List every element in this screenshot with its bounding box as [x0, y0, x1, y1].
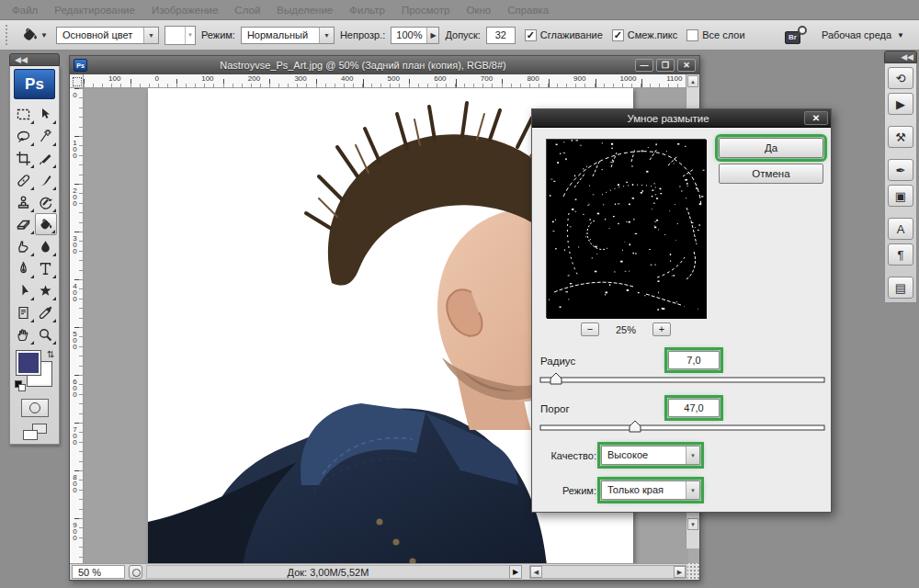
default-colors-icon[interactable]	[15, 380, 26, 391]
zoom-in-button[interactable]: +	[652, 322, 671, 336]
tool-eyedropper[interactable]	[35, 301, 57, 323]
checkbox-Смеж.пикс[interactable]: ✓Смеж.пикс	[612, 29, 677, 41]
tool-blur[interactable]	[35, 235, 57, 257]
checkbox-icon[interactable]	[686, 29, 698, 41]
toolbox-collapse-bar[interactable]: ◀◀	[9, 53, 60, 66]
ruler-origin[interactable]	[70, 74, 84, 88]
ruler-h-label: 0	[155, 74, 159, 83]
document-titlebar[interactable]: Ps Nastroyvse_Ps_Art.jpg @ 50% (Задний п…	[70, 56, 699, 74]
radius-slider[interactable]	[539, 372, 825, 387]
fill-source-select[interactable]: Основной цвет ▼	[56, 27, 159, 44]
scroll-right-icon[interactable]: ▶	[674, 566, 686, 578]
menu-item-Слой[interactable]: Слой	[226, 5, 268, 16]
mode-select[interactable]: Только края ▼	[601, 481, 700, 500]
horizontal-ruler[interactable]: 100010020030040050060070080090010001100	[84, 74, 687, 88]
quality-arrow-icon[interactable]: ▼	[686, 447, 699, 464]
panel-button-tool-presets[interactable]: ⚒	[888, 126, 913, 148]
tool-spot-healing-brush[interactable]	[13, 169, 35, 191]
vertical-ruler[interactable]: 0100200300400500600700800900	[70, 88, 84, 565]
pattern-picker[interactable]: ▼	[165, 26, 196, 45]
radius-input[interactable]: 7,0	[668, 351, 720, 369]
mode-arrow-icon[interactable]: ▼	[686, 481, 699, 499]
menu-item-Изображение[interactable]: Изображение	[143, 5, 226, 16]
panel-button-actions[interactable]: ▶	[888, 93, 913, 115]
panel-button-history[interactable]: ⟲	[888, 67, 913, 89]
ruler-v-label: 500	[71, 330, 79, 349]
swap-colors-icon[interactable]: ⇄	[45, 350, 55, 357]
blend-mode-arrow-icon[interactable]: ▼	[319, 28, 334, 43]
tool-custom-shape[interactable]	[35, 279, 57, 301]
tool-pen[interactable]	[13, 257, 35, 279]
panel-button-paragraph[interactable]: ¶	[888, 243, 913, 266]
menu-item-Файл[interactable]: Файл	[4, 5, 46, 16]
opacity-field[interactable]: 100% ▶	[391, 27, 439, 44]
zoom-level-field[interactable]: 50 %	[72, 565, 125, 579]
tool-horizontal-type[interactable]	[35, 257, 57, 279]
dialog-titlebar[interactable]: Умное размытие ✕	[532, 109, 831, 128]
options-grip[interactable]	[6, 25, 10, 45]
cancel-button[interactable]: Отмена	[719, 164, 823, 184]
panel-button-character[interactable]: A	[888, 218, 913, 240]
tool-paint-bucket[interactable]	[35, 213, 57, 235]
horizontal-scrollbar[interactable]: ◀ ▶	[529, 565, 686, 579]
menu-item-Окно[interactable]: Окно	[458, 5, 499, 16]
foreground-color-swatch[interactable]	[17, 351, 40, 375]
tool-magic-wand[interactable]	[35, 125, 57, 147]
tool-path-selection[interactable]	[13, 279, 35, 301]
zoom-out-button[interactable]: −	[581, 322, 599, 336]
filter-preview[interactable]	[546, 139, 706, 318]
fill-source-arrow-icon[interactable]: ▼	[143, 28, 158, 43]
tool-rectangular-marquee[interactable]	[13, 103, 35, 125]
tool-slice[interactable]	[35, 147, 57, 169]
scroll-down-icon[interactable]: ▼	[687, 518, 698, 530]
screen-mode-button[interactable]	[23, 424, 47, 440]
tolerance-input[interactable]: 32	[486, 27, 516, 44]
quick-mask-button[interactable]	[21, 399, 49, 417]
tool-crop[interactable]	[13, 147, 35, 169]
checkbox-Сглаживание[interactable]: ✓Сглаживание	[525, 29, 603, 41]
tool-history-brush[interactable]	[35, 191, 57, 213]
bridge-button[interactable]: Br	[785, 26, 809, 44]
threshold-slider[interactable]	[539, 420, 825, 435]
tool-notes[interactable]	[13, 301, 35, 323]
current-tool-button[interactable]: ▼	[17, 25, 51, 45]
panel-button-layer-comps[interactable]: ▤	[888, 277, 913, 299]
opacity-arrow-icon[interactable]: ▶	[426, 28, 438, 43]
tool-smudge[interactable]	[13, 235, 35, 257]
blend-mode-select[interactable]: Нормальный ▼	[241, 27, 335, 44]
minimize-button[interactable]: —	[635, 59, 653, 72]
ps-logo[interactable]: Ps	[14, 69, 55, 99]
quality-select[interactable]: Высокое ▼	[601, 446, 700, 465]
dialog-close-button[interactable]: ✕	[804, 111, 828, 125]
menu-item-Фильтр[interactable]: Фильтр	[341, 5, 393, 16]
status-flyout-icon[interactable]: ▶	[509, 565, 522, 579]
tool-lasso[interactable]	[13, 125, 35, 147]
tool-hand[interactable]	[13, 323, 35, 345]
checkbox-Все слои[interactable]: Все слои	[686, 29, 744, 41]
threshold-input[interactable]: 47,0	[668, 399, 720, 417]
checkbox-label: Сглаживание	[540, 29, 603, 40]
checkbox-icon[interactable]: ✓	[525, 29, 537, 41]
fill-source-value: Основной цвет	[57, 29, 143, 40]
scroll-left-icon[interactable]: ◀	[530, 566, 542, 578]
close-button[interactable]: ✕	[677, 59, 696, 72]
panel-collapse-bar[interactable]: ◀◀	[884, 51, 917, 63]
tool-zoom[interactable]	[35, 323, 57, 345]
menu-item-Просмотр[interactable]: Просмотр	[393, 5, 459, 16]
scroll-up-icon[interactable]: ▲	[687, 75, 698, 87]
panel-button-brushes[interactable]: ✒	[888, 159, 913, 181]
panel-button-clone-source[interactable]: ▣	[888, 185, 913, 207]
tool-eraser[interactable]	[13, 213, 35, 235]
checkbox-icon[interactable]: ✓	[612, 29, 624, 41]
tool-clone-stamp[interactable]	[13, 191, 35, 213]
resize-grip[interactable]	[686, 562, 699, 580]
tool-brush[interactable]	[35, 169, 57, 191]
workspace-switcher[interactable]: Рабочая среда ▼	[822, 29, 904, 40]
restore-button[interactable]: ❐	[656, 59, 675, 72]
tool-move[interactable]	[35, 103, 57, 125]
menu-item-Выделение[interactable]: Выделение	[268, 5, 341, 16]
ok-button[interactable]: Да	[719, 138, 823, 158]
ruler-h-label: 600	[434, 74, 446, 83]
menu-item-Справка[interactable]: Справка	[499, 5, 557, 16]
menu-item-Редактирование[interactable]: Редактирование	[46, 5, 143, 16]
